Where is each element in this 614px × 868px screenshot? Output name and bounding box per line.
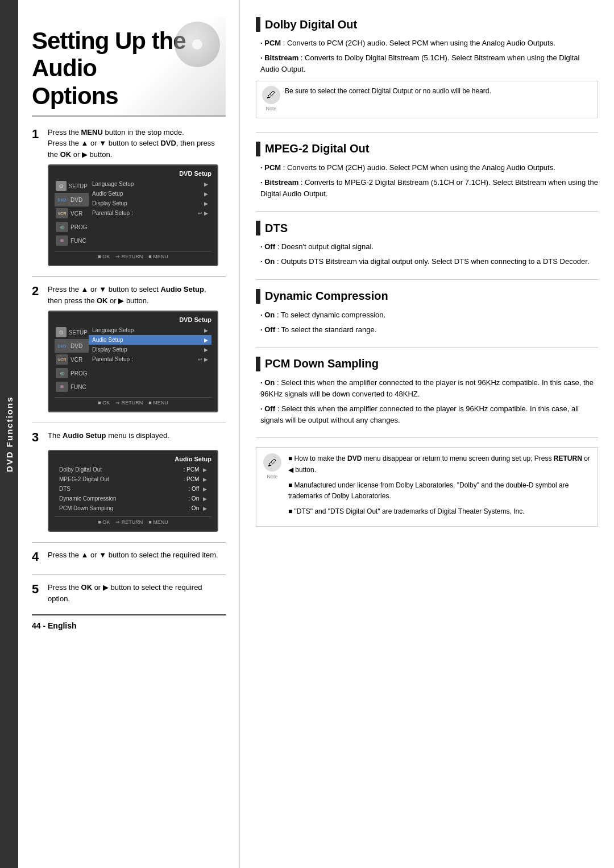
section-dynamic-compression: Dynamic Compression On : To select dynam…: [256, 289, 598, 348]
menu-icon-setup: ⚙ SETUP: [55, 179, 89, 193]
menu-items-1: Language Setup ▶ Audio Setup ▶ Display S…: [89, 179, 211, 247]
dvd-label: DVD: [70, 343, 82, 349]
step-3-text: The Audio Setup menu is displayed.: [48, 430, 169, 441]
menu-items-2: Language Setup ▶ Audio Setup ▶ Display S…: [89, 325, 211, 394]
arrow-icon: ▶: [204, 337, 208, 343]
left-column: Setting Up the Audio Options 1 Press the…: [18, 0, 240, 868]
menu-item-language2: Language Setup ▶: [89, 325, 211, 335]
prog-label: PROG: [70, 224, 87, 230]
mpeg2-heading: MPEG-2 Digital Out: [265, 142, 369, 155]
menu-item-parental: Parental Setup : ↩ ▶: [89, 208, 211, 218]
func-label: FUNC: [70, 238, 86, 244]
section-dts: DTS Off : Doesn't output digital signal.…: [256, 221, 598, 279]
step-number-4: 4: [32, 549, 43, 564]
step-4-text: Press the ▲ or ▼ button to select the re…: [48, 549, 218, 561]
section-title-dts: DTS: [256, 221, 598, 235]
step-5: 5 Press the OK or ▶ button to select the…: [32, 582, 226, 604]
dolby-content: PCM : Converts to PCM (2CH) audio. Selec…: [256, 38, 598, 75]
arrow-icon: ▶: [203, 477, 207, 482]
menu-footer-1: ■ OK ⇒ RETURN ■ MENU: [55, 251, 211, 259]
return-label: ⇒ RETURN: [115, 519, 143, 525]
bottom-note-item-1: ■ How to make the DVD menu disappear or …: [288, 453, 591, 475]
dts-bullet-on: On : Outputs DTS Bitstream via digital o…: [256, 256, 598, 267]
arrow-icon: ▶: [204, 201, 208, 206]
note-icon: 🖊: [262, 86, 280, 104]
step-1-text: Press the MENU button in the stop mode. …: [48, 127, 215, 160]
audio-menu-screenshot: Audio Setup Dolby Digital Out : PCM ▶ MP…: [48, 450, 218, 532]
bottom-note-item-2: ■ Manufactured under license from Dolby …: [288, 480, 591, 502]
pcm-bullet-on: On : Select this when the amplifier conn…: [256, 377, 598, 400]
section-bar-icon: [256, 142, 260, 156]
menu-item-parental2: Parental Setup : ↩ ▶: [89, 354, 211, 364]
audio-menu-title: Audio Setup: [55, 456, 211, 462]
step-number-2: 2: [32, 284, 43, 299]
arrow-icon: ▶: [203, 486, 207, 492]
bottom-note-box: 🖊 Note ■ How to make the DVD menu disapp…: [256, 447, 598, 527]
menu-title-2: DVD Setup: [55, 316, 211, 323]
divider-1: [32, 276, 226, 277]
return-label: ⇒ RETURN: [115, 400, 143, 406]
menu-item-audio: Audio Setup ▶: [89, 189, 211, 199]
section-pcm-down-sampling: PCM Down Sampling On : Select this when …: [256, 357, 598, 439]
dts-content: Off : Doesn't output digital signal. On …: [256, 241, 598, 267]
arrow-icon: ▶: [204, 191, 208, 197]
audio-item-dts: DTS : Off ▶: [55, 484, 211, 494]
audio-menu-footer: ■ OK ⇒ RETURN ■ MENU: [55, 516, 211, 525]
step-4: 4 Press the ▲ or ▼ button to select the …: [32, 549, 226, 564]
section-title-mpeg2: MPEG-2 Digital Out: [256, 142, 598, 156]
section-bar-icon: [256, 357, 260, 371]
dts-bullet-off: Off : Doesn't output digital signal.: [256, 241, 598, 253]
menu-title-1: DVD Setup: [55, 170, 211, 177]
menu-icon-setup2: ⚙ SETUP: [55, 325, 89, 339]
pcm-down-sampling-heading: PCM Down Sampling: [265, 357, 379, 370]
ok-label: ■ OK: [98, 254, 110, 259]
mpeg2-bullet-bitstream: Bitstream : Converts to MPEG-2 Digital B…: [256, 177, 598, 200]
menu-icon-func: ⊞ FUNC: [55, 234, 89, 247]
dynamic-bullet-on: On : To select dynamic compression.: [256, 309, 598, 321]
section-bar-icon: [256, 221, 260, 235]
vcr-icon: VCR: [56, 208, 68, 218]
disc-decoration-icon: [175, 22, 220, 67]
menu-icon-func2: ⊞ FUNC: [55, 380, 89, 394]
arrow-icon: ▶: [203, 467, 207, 473]
func-icon: ⊞: [56, 382, 68, 392]
main-content: Setting Up the Audio Options 1 Press the…: [18, 0, 614, 868]
dolby-note: 🖊 Note Be sure to select the correct Dig…: [256, 81, 598, 118]
divider-3: [32, 542, 226, 543]
arrow-icon: ▶: [203, 496, 207, 502]
pcm-content: On : Select this when the amplifier conn…: [256, 377, 598, 427]
section-mpeg2: MPEG-2 Digital Out PCM : Converts to PCM…: [256, 142, 598, 212]
step-number-1: 1: [32, 127, 43, 142]
audio-item-mpeg2: MPEG-2 Digital Out : PCM ▶: [55, 474, 211, 484]
note-icon-bottom: 🖊: [263, 453, 281, 472]
func-icon: ⊞: [56, 235, 68, 246]
menu-item-display: Display Setup ▶: [89, 199, 211, 208]
arrow-icon: ▶: [203, 506, 207, 511]
menu-body-1: ⚙ SETUP DVD DVD VCR VCR ◎: [55, 179, 211, 247]
step-1: 1 Press the MENU button in the stop mode…: [32, 127, 226, 267]
menu-icon-dvd: DVD DVD: [55, 193, 89, 206]
vcr-label: VCR: [70, 357, 82, 363]
dolby-digital-out-heading: Dolby Digital Out: [265, 18, 357, 31]
menu-icons-1: ⚙ SETUP DVD DVD VCR VCR ◎: [55, 179, 89, 247]
section-bar-icon: [256, 289, 260, 304]
page-title-block: Setting Up the Audio Options: [32, 17, 226, 117]
section-title-dolby: Dolby Digital Out: [256, 17, 598, 32]
dts-heading: DTS: [265, 222, 288, 235]
menu-item-display2: Display Setup ▶: [89, 345, 211, 354]
dvd-icon: DVD: [56, 195, 68, 205]
dvd-label: DVD: [70, 197, 82, 203]
divider-2: [32, 423, 226, 423]
step-number-5: 5: [32, 582, 43, 597]
menu-label: ■ MENU: [148, 519, 168, 525]
page-footer: 44 - English: [32, 614, 226, 630]
menu-item-language: Language Setup ▶: [89, 179, 211, 189]
bottom-note-item-3: ■ "DTS" and "DTS Digital Out" are tradem…: [288, 506, 591, 517]
menu-icon-prog2: ◎ PROG: [55, 366, 89, 380]
prog-label: PROG: [70, 370, 87, 377]
menu-body-2: ⚙ SETUP DVD DVD VCR VCR ◎: [55, 325, 211, 394]
gear-icon: ⚙: [56, 327, 67, 337]
sidebar-tab: DVD Functions: [0, 0, 18, 868]
ok-label: ■ OK: [98, 519, 110, 525]
dynamic-bullet-off: Off : To select the standard range.: [256, 324, 598, 336]
